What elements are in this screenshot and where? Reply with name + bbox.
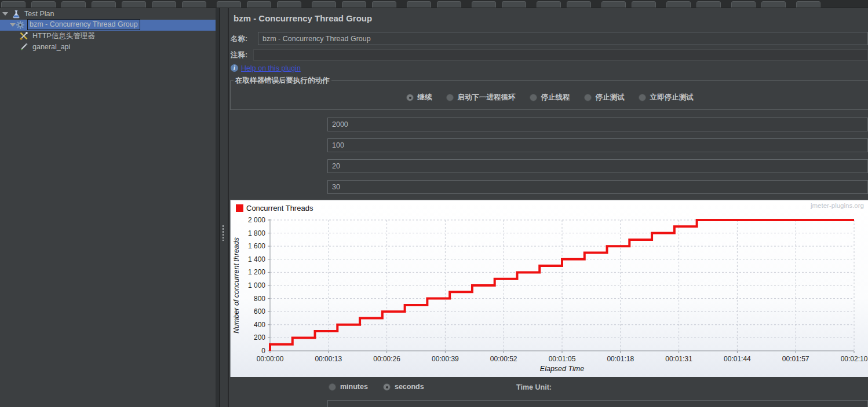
- toolbar-button[interactable]: [152, 1, 176, 8]
- help-link[interactable]: Help on this plugin: [241, 64, 301, 72]
- name-input[interactable]: [258, 32, 868, 45]
- toolbar-button[interactable]: [696, 1, 721, 8]
- comment-row: 注释:: [229, 49, 868, 61]
- tree-item-test-plan[interactable]: Test Plan: [0, 9, 216, 20]
- radio-icon[interactable]: [639, 94, 646, 101]
- ramp-up-time-input[interactable]: [327, 138, 868, 152]
- toolbar-button[interactable]: [61, 1, 86, 8]
- tree-item-http-[interactable]: HTTP信息头管理器: [0, 31, 216, 42]
- panel-splitter[interactable]: [216, 8, 229, 407]
- svg-text:1 800: 1 800: [248, 229, 265, 237]
- page-title: bzm - Concurrency Thread Group: [234, 13, 372, 23]
- error-action-停止测试[interactable]: 停止测试: [584, 93, 625, 102]
- radio-icon[interactable]: [530, 94, 537, 101]
- tree-item-label: Test Plan: [24, 9, 54, 19]
- hold-target-rate-time-row: Hold Target Rate Time (sec):: [229, 180, 868, 194]
- svg-text:Number of concurrent threads: Number of concurrent threads: [232, 237, 240, 333]
- radio-label: 启动下一进程循环: [458, 93, 516, 102]
- time-unit-row: Time Unit: minutesseconds: [229, 382, 868, 393]
- radio-icon[interactable]: [329, 383, 336, 391]
- radio-label: minutes: [340, 383, 368, 391]
- toolbar-button[interactable]: [372, 1, 396, 8]
- svg-text:00:01:05: 00:01:05: [549, 355, 576, 363]
- concurrency-chart: 02004006008001 0001 2001 4001 6001 8002 …: [230, 200, 868, 377]
- toolbar-button[interactable]: [217, 1, 241, 8]
- tree-item-bzm-concurrency-thread-group[interactable]: bzm - Concurrency Thread Group: [0, 20, 216, 31]
- toolbar-button[interactable]: [122, 1, 146, 8]
- svg-text:800: 800: [254, 295, 265, 303]
- time-unit-minutes[interactable]: minutes: [329, 383, 368, 391]
- splitter-grip-icon[interactable]: [222, 225, 224, 241]
- expand-triangle-icon[interactable]: [2, 12, 8, 16]
- error-action-继续[interactable]: 继续: [406, 93, 432, 102]
- svg-text:00:00:52: 00:00:52: [490, 355, 517, 363]
- svg-text:1 200: 1 200: [248, 268, 265, 276]
- hold-target-rate-time-input[interactable]: [327, 180, 868, 194]
- radio-icon[interactable]: [584, 94, 592, 101]
- toolbar-button[interactable]: [342, 1, 366, 8]
- svg-text:400: 400: [254, 321, 265, 329]
- thread-iterations-input[interactable]: [327, 400, 868, 407]
- toolbar-button[interactable]: [537, 1, 561, 8]
- svg-text:1 000: 1 000: [248, 281, 265, 289]
- svg-text:00:01:57: 00:01:57: [782, 355, 809, 363]
- svg-text:jmeter-plugins.org: jmeter-plugins.org: [810, 202, 864, 209]
- expand-triangle-icon[interactable]: [10, 23, 16, 27]
- toolbar-button[interactable]: [796, 1, 820, 8]
- toolbar-button[interactable]: [567, 1, 591, 8]
- help-row: iHelp on this plugin: [231, 63, 301, 72]
- svg-text:00:01:44: 00:01:44: [724, 355, 751, 363]
- target-concurrency-input[interactable]: [327, 118, 868, 131]
- svg-text:0: 0: [261, 347, 265, 355]
- toolbar-button[interactable]: [182, 1, 206, 8]
- toolbar-button[interactable]: [601, 1, 626, 8]
- flask-icon: [12, 9, 21, 19]
- error-action-启动下一进程循环[interactable]: 启动下一进程循环: [446, 93, 516, 102]
- error-action-立即停止测试[interactable]: 立即停止测试: [639, 93, 694, 102]
- toolbar-button[interactable]: [312, 1, 336, 8]
- radio-label: 停止线程: [541, 93, 570, 102]
- svg-text:1 600: 1 600: [248, 242, 265, 250]
- svg-text:Elapsed Time: Elapsed Time: [540, 365, 584, 373]
- svg-text:00:00:26: 00:00:26: [373, 355, 400, 363]
- toolbar: [0, 0, 868, 8]
- tree-item-ganeral-api[interactable]: ganeral_api: [0, 42, 216, 53]
- tree-item-label: HTTP信息头管理器: [32, 31, 95, 41]
- toolbar-button[interactable]: [247, 1, 271, 8]
- toolbar-button[interactable]: [472, 1, 496, 8]
- radio-icon[interactable]: [406, 94, 414, 101]
- info-icon: i: [231, 64, 238, 72]
- toolbar-button[interactable]: [731, 1, 756, 8]
- svg-text:00:00:13: 00:00:13: [315, 355, 342, 363]
- radio-icon[interactable]: [383, 383, 391, 391]
- time-unit-options: minutesseconds: [329, 383, 424, 391]
- toolbar-button[interactable]: [437, 1, 461, 8]
- error-action-停止线程[interactable]: 停止线程: [530, 93, 570, 102]
- radio-label: 继续: [418, 93, 432, 102]
- tree-item-label: ganeral_api: [32, 42, 70, 52]
- toolbar-button[interactable]: [502, 1, 526, 8]
- toolbar-button[interactable]: [407, 1, 431, 8]
- svg-text:00:00:00: 00:00:00: [257, 355, 284, 363]
- ramp-up-steps-input[interactable]: [327, 159, 868, 173]
- comment-input[interactable]: [253, 49, 868, 61]
- svg-text:00:00:39: 00:00:39: [432, 355, 459, 363]
- time-unit-seconds[interactable]: seconds: [383, 383, 424, 391]
- jmeter-window: Test Planbzm - Concurrency Thread GroupH…: [0, 0, 868, 407]
- radio-label: 停止测试: [596, 93, 625, 102]
- toolbar-button[interactable]: [761, 1, 786, 8]
- wrench-screwdriver-icon: [19, 31, 28, 41]
- svg-text:00:01:18: 00:01:18: [607, 355, 634, 363]
- toolbar-button[interactable]: [1, 1, 25, 8]
- thread-iterations-row: Thread Iterations Limit:: [229, 400, 868, 407]
- toolbar-button[interactable]: [92, 1, 116, 8]
- toolbar-button[interactable]: [31, 1, 56, 8]
- tree-item-label: bzm - Concurrency Thread Group: [27, 19, 140, 30]
- toolbar-button[interactable]: [277, 1, 301, 8]
- test-plan-tree[interactable]: Test Planbzm - Concurrency Thread GroupH…: [0, 8, 216, 407]
- main-panel: bzm - Concurrency Thread Group 名称: 注释: i…: [229, 8, 868, 407]
- toolbar-button[interactable]: [632, 1, 656, 8]
- error-action-group: 在取样器错误后要执行的动作 继续启动下一进程循环停止线程停止测试立即停止测试: [230, 76, 868, 110]
- radio-icon[interactable]: [446, 94, 454, 101]
- toolbar-button[interactable]: [666, 1, 691, 8]
